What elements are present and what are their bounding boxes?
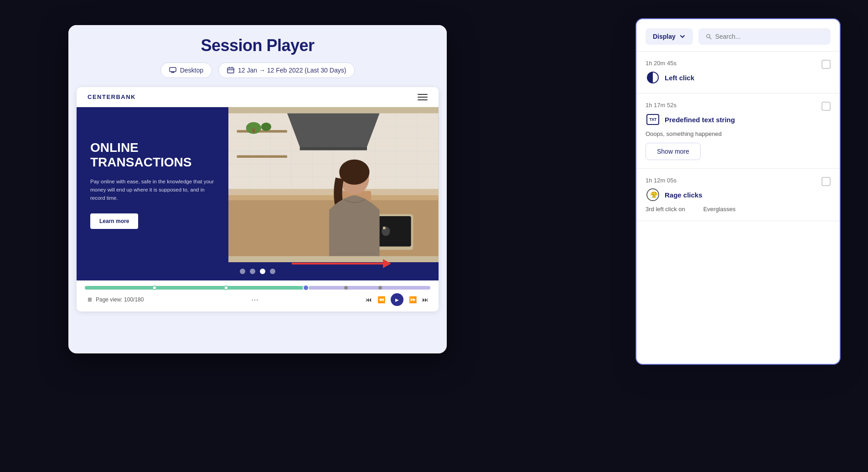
date-range-pill[interactable]: 12 Jan → 12 Feb 2022 (Last 30 Days) <box>218 62 355 78</box>
svg-point-25 <box>261 123 271 131</box>
left-click-icon <box>646 70 660 85</box>
desktop-icon <box>169 67 176 74</box>
event-label-3: Rage clicks <box>665 191 703 199</box>
hero-desc: Pay online with ease, safe in the knowle… <box>90 177 215 202</box>
progress-current-dot <box>303 285 309 291</box>
event-title-row-2: TXT Predefined text string <box>646 112 831 127</box>
progress-remaining <box>310 286 430 290</box>
event-item-rage-clicks: 1h 12m 05s 😤 Rage clicks 3rd left cl <box>636 169 840 221</box>
event-item-predefined-text: 1h 17m 52s TXT Predefined text string Oo… <box>636 93 840 169</box>
rewind-button[interactable]: ⏪ <box>377 296 385 303</box>
svg-rect-0 <box>170 67 176 72</box>
date-range-label: 12 Jan → 12 Feb 2022 (Last 30 Days) <box>238 67 346 74</box>
svg-rect-19 <box>228 195 439 200</box>
svg-rect-21 <box>300 147 367 150</box>
progress-dot-1 <box>344 286 348 290</box>
search-box[interactable] <box>698 28 831 45</box>
search-input[interactable] <box>715 33 823 40</box>
event-title-row-1: Left click <box>646 70 831 85</box>
event-time-2: 1h 17m 52s <box>646 102 831 109</box>
rage-clicks-svg: 😤 <box>646 188 660 202</box>
skip-to-end-button[interactable]: ⏭ <box>422 296 429 303</box>
player-controls: ⏮ ⏪ ▶ ⏩ ⏭ <box>366 293 429 306</box>
event-checkbox-1[interactable] <box>822 60 831 69</box>
event-time-3: 1h 12m 05s <box>646 177 831 184</box>
event-label-2: Predefined text string <box>665 116 735 124</box>
browser-header: Session Player Desktop 12 Jan → 12 Feb 2… <box>68 25 447 87</box>
calendar-icon <box>227 67 234 74</box>
event-title-row-3: 😤 Rage clicks <box>646 187 831 202</box>
hero-image <box>228 107 439 262</box>
search-icon <box>706 33 712 40</box>
scene: Session Player Desktop 12 Jan → 12 Feb 2… <box>0 0 868 472</box>
arrow-head <box>383 259 391 268</box>
svg-text:😤: 😤 <box>650 191 658 199</box>
hero-title: ONLINETRANSACTIONS <box>90 140 215 170</box>
skip-to-start-button[interactable]: ⏮ <box>366 296 372 303</box>
panel-body: 1h 20m 45s Left click 1h 17m 52s TXT Pre… <box>636 52 840 364</box>
hero-left: ONLINETRANSACTIONS Pay online with ease,… <box>77 107 228 262</box>
svg-point-33 <box>340 160 370 185</box>
event-label-1: Left click <box>665 74 694 82</box>
progress-marker-1 <box>152 285 157 290</box>
more-button[interactable]: ⋯ <box>251 296 258 304</box>
panel-header: Display <box>636 19 840 52</box>
txt-icon: TXT <box>646 112 660 127</box>
dot-2[interactable] <box>250 269 255 274</box>
event-checkbox-3[interactable] <box>822 177 831 186</box>
chevron-down-icon <box>679 33 686 40</box>
learn-more-button[interactable]: Learn more <box>90 213 138 229</box>
progress-track[interactable] <box>85 286 430 290</box>
dot-1[interactable] <box>240 269 245 274</box>
player-bottom: Page view: 100/180 ⋯ ⏮ ⏪ ▶ ⏩ ⏭ <box>85 293 430 306</box>
svg-point-37 <box>707 34 710 37</box>
progress-bar-area: Page view: 100/180 ⋯ ⏮ ⏪ ▶ ⏩ ⏭ <box>77 280 439 311</box>
browser-window: Session Player Desktop 12 Jan → 12 Feb 2… <box>68 25 447 353</box>
device-pill[interactable]: Desktop <box>160 62 212 78</box>
show-more-button[interactable]: Show more <box>646 143 701 160</box>
site-brand: CENTERBANK <box>88 93 136 100</box>
site-hero: ONLINETRANSACTIONS Pay online with ease,… <box>77 107 439 262</box>
svg-marker-20 <box>287 113 380 147</box>
rage-click-sub-left: 3rd left click on <box>646 206 685 213</box>
event-time-1: 1h 20m 45s <box>646 60 831 67</box>
site-navbar: CENTERBANK <box>77 87 439 107</box>
dot-3[interactable] <box>260 269 265 274</box>
page-view-label: Page view: 100/180 <box>87 296 144 303</box>
events-panel: Display 1h 20m 45s <box>636 18 841 365</box>
page-title: Session Player <box>201 36 314 55</box>
svg-rect-26 <box>253 129 255 133</box>
page-view-text: Page view: 100/180 <box>96 296 144 303</box>
list-icon <box>87 296 93 303</box>
svg-rect-1 <box>227 68 234 73</box>
hamburger-icon[interactable] <box>418 94 428 100</box>
display-button[interactable]: Display <box>646 28 693 45</box>
dot-4[interactable] <box>270 269 275 274</box>
svg-rect-31 <box>383 227 386 229</box>
svg-line-38 <box>710 37 711 39</box>
rage-click-sub-right: Everglasses <box>703 206 736 213</box>
browser-controls: Desktop 12 Jan → 12 Feb 2022 (Last 30 Da… <box>160 62 355 78</box>
rage-click-icon: 😤 <box>646 187 660 202</box>
event-checkbox-2[interactable] <box>822 102 831 111</box>
fast-forward-button[interactable]: ⏩ <box>409 296 417 303</box>
progress-filled <box>85 286 310 290</box>
progress-marker-2 <box>224 285 228 290</box>
display-label: Display <box>653 33 676 40</box>
device-label: Desktop <box>180 67 203 74</box>
red-arrow <box>292 259 391 268</box>
event-subtext-2: Ooops, something happened <box>646 130 831 137</box>
svg-rect-22 <box>237 130 288 133</box>
hero-illustration <box>228 107 439 262</box>
event-item-left-click: 1h 20m 45s Left click <box>636 52 840 93</box>
event-sub-detail-3: 3rd left click on Everglasses <box>646 206 831 213</box>
arrow-line <box>292 263 383 265</box>
svg-rect-23 <box>237 156 288 158</box>
website-frame: CENTERBANK ONLINETRANSACTIONS Pay online… <box>77 87 439 311</box>
play-button[interactable]: ▶ <box>391 293 403 306</box>
